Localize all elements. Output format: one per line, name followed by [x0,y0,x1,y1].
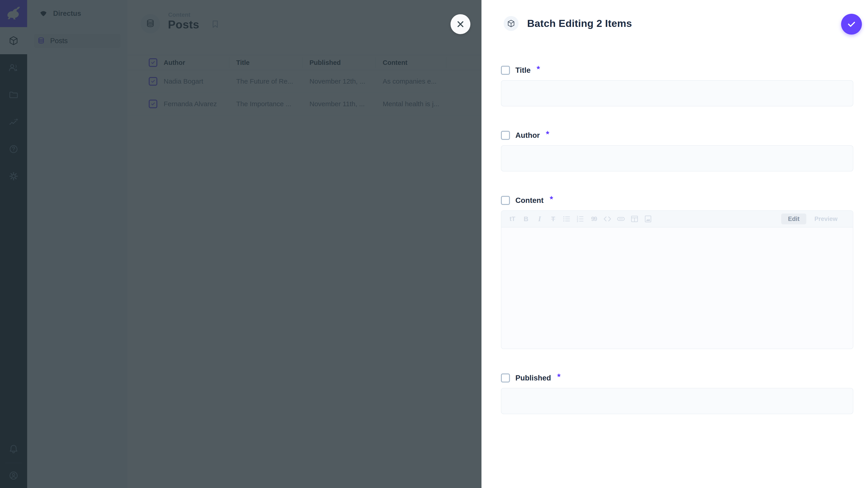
close-icon [456,20,465,29]
check-icon [846,19,857,29]
text-size-icon: tT [509,216,515,223]
field-title: Title [501,65,853,106]
link-icon [616,215,625,223]
field-published: Published [501,372,853,414]
drawer-overlay[interactable] [0,0,482,488]
required-star-icon [557,373,561,378]
required-star-icon [545,130,550,135]
field-author: Author [501,130,853,171]
markdown-editor: tT B I T 99 Edit Preview [501,210,853,349]
field-title-checkbox[interactable] [501,66,510,75]
app-root: Directus Posts Content Posts Author Titl… [0,0,868,488]
field-label-row: Content [501,195,853,206]
blockquote-icon: 99 [591,216,596,223]
save-button[interactable] [841,14,862,35]
code-icon [603,215,612,223]
tab-edit[interactable]: Edit [781,214,806,224]
link-button[interactable] [615,214,627,224]
field-label-row: Published [501,372,853,383]
drawer-header: Batch Editing 2 Items [504,13,853,34]
field-label: Published [515,374,551,382]
editor-mode-tabs: Edit Preview [781,214,844,224]
markdown-toolbar: tT B I T 99 Edit Preview [501,211,853,228]
tab-preview[interactable]: Preview [808,214,844,224]
title-input[interactable] [501,80,853,106]
close-drawer-button[interactable] [451,14,470,34]
insert-table-button[interactable] [629,214,640,224]
bold-button[interactable]: B [520,214,532,224]
strikethrough-icon: T [551,215,555,223]
field-content-checkbox[interactable] [501,196,510,205]
insert-image-button[interactable] [643,214,654,224]
numbered-list-icon [576,215,585,223]
code-button[interactable] [602,214,613,224]
drawer-header-badge [504,16,519,31]
text-size-button[interactable]: tT [507,214,518,224]
field-author-checkbox[interactable] [501,131,510,140]
batch-edit-drawer: Batch Editing 2 Items Title Author [482,0,868,488]
content-textarea[interactable] [501,228,853,349]
bulleted-list-icon [562,215,571,223]
published-input[interactable] [501,388,853,414]
field-label: Title [515,66,530,74]
box-icon [507,19,515,28]
italic-icon: I [538,215,541,223]
drawer-fields: Title Author Content [501,65,853,414]
required-star-icon [536,65,541,70]
italic-button[interactable]: I [534,214,545,224]
required-star-icon [549,195,554,200]
author-input[interactable] [501,145,853,171]
numbered-list-button[interactable] [575,214,586,224]
field-published-checkbox[interactable] [501,373,510,383]
field-content: Content tT B I T 99 [501,195,853,349]
blockquote-button[interactable]: 99 [588,214,599,224]
image-icon [644,215,653,223]
bold-icon: B [524,215,528,223]
field-label-row: Author [501,130,853,141]
strikethrough-button[interactable]: T [548,214,559,224]
bulleted-list-button[interactable] [561,214,572,224]
field-label-row: Title [501,65,853,76]
field-label: Author [515,131,540,140]
drawer-title: Batch Editing 2 Items [527,18,632,29]
field-label: Content [515,196,544,205]
table-icon [630,215,639,223]
